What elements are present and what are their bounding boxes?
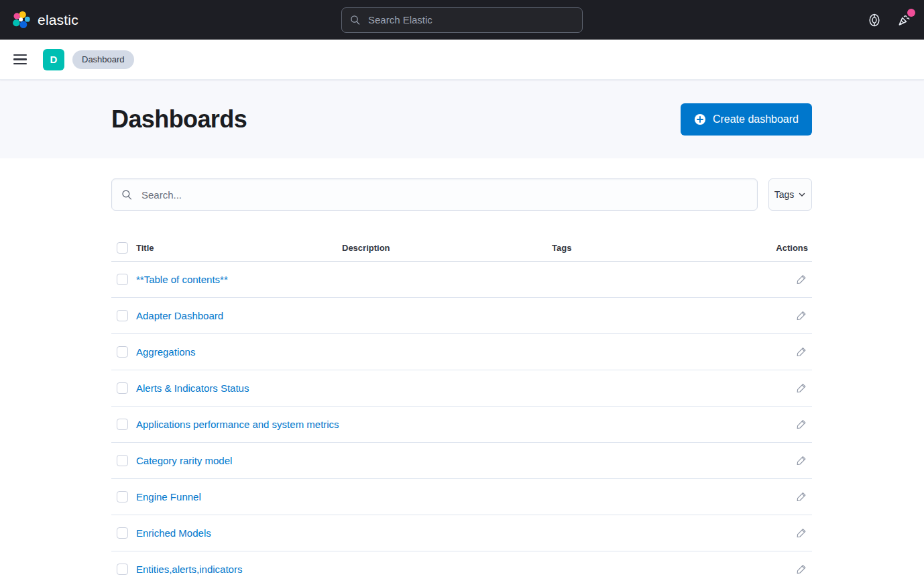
search-icon [350,15,361,25]
dashboard-description [342,262,552,298]
edit-dashboard-button[interactable] [792,524,811,543]
dashboard-title-link[interactable]: Entities,alerts,indicators [136,564,242,575]
pencil-icon [796,419,807,430]
dashboard-search-input[interactable] [140,189,748,201]
dashboard-title-link[interactable]: Category rarity model [136,455,232,466]
pencil-icon [796,455,807,466]
dashboard-tags [552,262,758,298]
row-checkbox[interactable] [117,491,128,502]
table-row: **Table of contents** [111,262,812,298]
table-row: Engine Funnel [111,479,812,515]
space-avatar[interactable]: D [43,49,64,70]
plus-circle-icon [694,113,706,125]
edit-dashboard-button[interactable] [792,343,811,362]
row-checkbox[interactable] [117,564,128,575]
breadcrumb-bar: D Dashboard [0,40,924,80]
row-checkbox[interactable] [117,310,128,321]
dashboard-tags [552,443,758,479]
dashboard-listing: Tags Title Description Tags Actions **Ta… [0,158,924,585]
row-checkbox[interactable] [117,419,128,430]
table-row: Alerts & Indicators Status [111,370,812,407]
edit-dashboard-button[interactable] [792,270,811,289]
dashboard-title-link[interactable]: **Table of contents** [136,274,228,285]
select-all-checkbox[interactable] [117,242,128,254]
chevron-down-icon [798,191,806,199]
search-icon [121,189,133,201]
breadcrumb-dashboard[interactable]: Dashboard [72,50,134,69]
table-row: Adapter Dashboard [111,298,812,334]
dashboard-tags [552,370,758,407]
dashboard-tags [552,515,758,551]
table-header-row: Title Description Tags Actions [111,235,812,262]
row-checkbox[interactable] [117,346,128,358]
pencil-icon [796,382,807,394]
dashboard-search-box[interactable] [111,178,758,211]
edit-dashboard-button[interactable] [792,451,811,470]
dashboard-table-body: **Table of contents** Adapter Dashboard [111,262,812,585]
table-row: Aggregations [111,334,812,370]
create-dashboard-button[interactable]: Create dashboard [681,103,812,136]
dashboard-title-link[interactable]: Alerts & Indicators Status [136,382,249,394]
elastic-logo-icon [12,11,30,29]
dashboard-title-link[interactable]: Applications performance and system metr… [136,419,339,430]
table-row: Enriched Models [111,515,812,551]
edit-dashboard-button[interactable] [792,415,811,434]
dashboard-description [342,298,552,334]
edit-dashboard-button[interactable] [792,488,811,507]
column-header-tags: Tags [552,235,758,262]
pencil-icon [796,564,807,575]
dashboard-title-link[interactable]: Adapter Dashboard [136,310,223,321]
dashboard-tags [552,298,758,334]
column-header-actions: Actions [758,235,812,262]
edit-dashboard-button[interactable] [792,307,811,325]
pencil-icon [796,310,807,321]
top-navigation: elastic [0,0,924,40]
dashboards-table: Title Description Tags Actions **Table o… [111,235,812,585]
pencil-icon [796,274,807,285]
pencil-icon [796,527,807,539]
column-header-description: Description [342,235,552,262]
table-row: Entities,alerts,indicators [111,551,812,585]
notification-badge [907,9,915,17]
page-header: Dashboards Create dashboard [0,80,924,158]
dashboard-description [342,334,552,370]
help-menu-button[interactable] [866,12,882,28]
global-search-bar[interactable] [341,7,583,33]
row-checkbox[interactable] [117,527,128,539]
dashboard-title-link[interactable]: Aggregations [136,346,195,358]
table-row: Category rarity model [111,443,812,479]
dashboard-tags [552,479,758,515]
create-dashboard-label: Create dashboard [713,113,799,125]
dashboard-description [342,407,552,443]
dashboard-tags [552,551,758,585]
dashboard-title-link[interactable]: Enriched Models [136,527,211,539]
edit-dashboard-button[interactable] [792,560,811,579]
dashboard-description [342,551,552,585]
pencil-icon [796,346,807,358]
row-checkbox[interactable] [117,274,128,285]
main-menu-toggle[interactable] [11,52,30,68]
edit-dashboard-button[interactable] [792,379,811,398]
help-icon [868,13,881,28]
dashboard-description [342,515,552,551]
dashboard-description [342,479,552,515]
dashboard-tags [552,407,758,443]
newsfeed-button[interactable] [896,12,912,28]
page-title: Dashboards [111,105,247,134]
row-checkbox[interactable] [117,382,128,394]
table-row: Applications performance and system metr… [111,407,812,443]
global-search-input[interactable] [367,13,574,26]
dashboard-description [342,370,552,407]
elastic-wordmark: elastic [38,12,78,28]
dashboard-description [342,443,552,479]
row-checkbox[interactable] [117,455,128,466]
dashboard-tags [552,334,758,370]
tags-filter-button[interactable]: Tags [768,178,812,211]
pencil-icon [796,491,807,502]
column-header-title[interactable]: Title [136,235,342,262]
dashboard-title-link[interactable]: Engine Funnel [136,491,201,502]
elastic-home-link[interactable]: elastic [12,11,78,29]
tags-filter-label: Tags [774,189,795,200]
